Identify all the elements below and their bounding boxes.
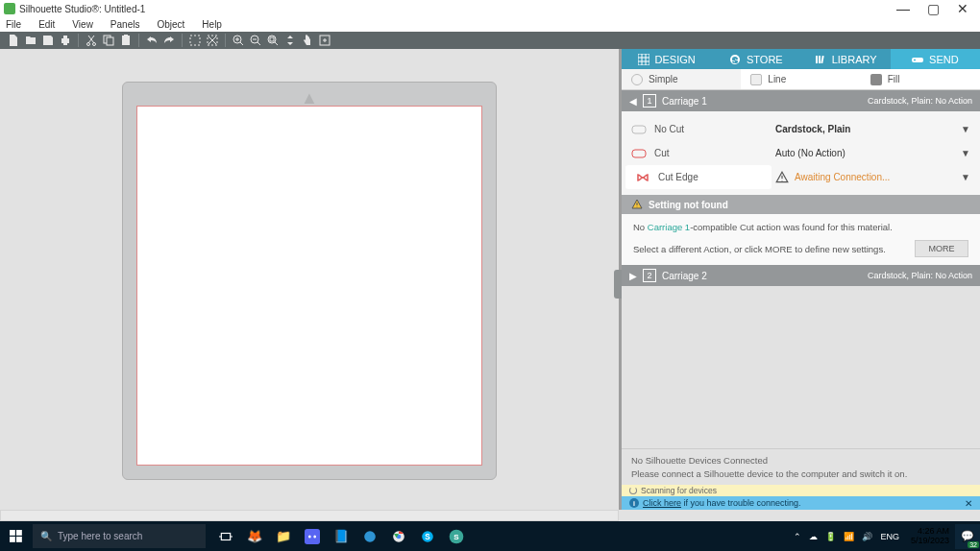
select-icon[interactable]: [187, 33, 203, 48]
help-text: if you have trouble connecting.: [681, 498, 801, 508]
taskbar-app-1[interactable]: 🦊: [240, 521, 269, 551]
action-cut-edge[interactable]: Cut Edge: [625, 165, 772, 189]
menu-edit[interactable]: Edit: [38, 19, 55, 30]
paste-icon[interactable]: [118, 33, 134, 48]
carriage-info: Cardstock, Plain: No Action: [868, 96, 972, 106]
subtab-fill[interactable]: Fill: [861, 69, 980, 89]
action-no-cut[interactable]: No Cut: [622, 117, 775, 141]
pan-icon[interactable]: [300, 33, 315, 48]
window-title: Silhouette Studio®: Untitled-1: [19, 4, 145, 14]
discord-icon[interactable]: [298, 521, 327, 551]
zoom-fit-icon[interactable]: [282, 33, 298, 48]
copy-icon[interactable]: [101, 33, 116, 48]
carriage-title: Carriage 1: [662, 96, 707, 107]
menu-view[interactable]: View: [72, 19, 93, 30]
svg-rect-4: [122, 36, 130, 45]
warning-icon: [775, 171, 789, 184]
status-label: Awaiting Connection...: [795, 172, 961, 182]
svg-rect-24: [10, 537, 15, 542]
undo-icon[interactable]: [144, 33, 159, 48]
svg-rect-6: [190, 36, 200, 45]
scanning-bar: Scanning for devices: [622, 485, 980, 496]
svg-rect-13: [638, 54, 649, 65]
save-icon[interactable]: [40, 33, 56, 48]
taskbar-clock[interactable]: 4:26 AM 5/19/2023: [905, 527, 955, 546]
menu-object[interactable]: Object: [157, 19, 184, 30]
redo-icon[interactable]: [161, 33, 177, 48]
taskbar-search[interactable]: 🔍 Type here to search: [33, 524, 206, 548]
close-help-icon[interactable]: ✕: [965, 498, 972, 509]
tab-label: LIBRARY: [832, 54, 877, 65]
design-area[interactable]: [136, 106, 482, 466]
carriage-title: Carriage 2: [662, 271, 707, 281]
warning-triangle-icon: [631, 199, 643, 210]
svg-rect-3: [107, 37, 113, 45]
device-status: No Silhouette Devices Connected Please c…: [622, 448, 980, 485]
notification-center[interactable]: 💬32: [955, 524, 980, 549]
tool-dropdown[interactable]: Awaiting Connection... ▼: [775, 165, 970, 189]
subtab-simple[interactable]: Simple: [622, 69, 741, 89]
system-tray[interactable]: ⌃ ☁ 🔋 📶 🔊 ENG: [788, 532, 905, 541]
start-button[interactable]: [0, 521, 33, 551]
line-icon: [750, 74, 762, 85]
close-button[interactable]: ✕: [957, 1, 968, 16]
canvas-area[interactable]: ▲: [0, 49, 619, 510]
panel-resize-grip[interactable]: [614, 270, 622, 299]
tab-design[interactable]: DESIGN: [622, 49, 711, 69]
material-dropdown[interactable]: Cardstock, Plain ▼: [775, 117, 970, 141]
horizontal-scrollbar[interactable]: [0, 510, 980, 521]
subtab-line[interactable]: Line: [741, 69, 860, 89]
silhouette-app-icon[interactable]: S: [442, 521, 471, 551]
svg-point-30: [364, 531, 376, 542]
carriage-link[interactable]: Carriage 1: [648, 222, 690, 232]
chrome-icon[interactable]: [384, 521, 413, 551]
onedrive-icon[interactable]: ☁: [809, 532, 818, 541]
tab-library[interactable]: LIBRARY: [801, 49, 891, 69]
zoom-select-icon[interactable]: [265, 33, 281, 48]
volume-icon[interactable]: 🔊: [862, 532, 872, 541]
help-bar: i Click here if you have trouble connect…: [622, 496, 980, 510]
edge-icon[interactable]: [355, 521, 384, 551]
skype-icon[interactable]: S: [413, 521, 442, 551]
send-icon: [912, 54, 923, 65]
svg-rect-15: [816, 56, 818, 63]
minimize-button[interactable]: —: [896, 1, 910, 16]
fit-page-icon[interactable]: [317, 33, 332, 48]
mode-dropdown[interactable]: Auto (No Action) ▼: [775, 141, 970, 165]
language-indicator[interactable]: ENG: [880, 532, 899, 541]
zoom-in-icon[interactable]: [231, 33, 246, 48]
nocut-icon: [631, 124, 647, 135]
taskbar-app-2[interactable]: 📘: [327, 521, 355, 551]
tray-chevron-icon[interactable]: ⌃: [794, 532, 801, 541]
deselect-icon[interactable]: [205, 33, 220, 48]
library-icon: [815, 54, 826, 65]
tab-store[interactable]: STORE: [711, 49, 800, 69]
task-view-icon[interactable]: [211, 521, 240, 551]
maximize-button[interactable]: ▢: [927, 1, 940, 16]
print-icon[interactable]: [58, 33, 73, 48]
info-icon: i: [629, 498, 639, 508]
help-link[interactable]: Click here: [643, 498, 681, 508]
carriage-1-header[interactable]: ◀ 1 Carriage 1 Cardstock, Plain: No Acti…: [622, 90, 980, 111]
cut-icon[interactable]: [84, 33, 99, 48]
wifi-icon[interactable]: 📶: [844, 532, 854, 541]
file-explorer-icon[interactable]: 📁: [269, 521, 298, 551]
more-button[interactable]: MORE: [915, 240, 968, 257]
tab-label: SEND: [929, 54, 959, 65]
menu-help[interactable]: Help: [202, 19, 222, 30]
chevron-down-icon: ▼: [961, 172, 970, 182]
menu-panels[interactable]: Panels: [110, 19, 140, 30]
carriage-2-header[interactable]: ▶ 2 Carriage 2 Cardstock, Plain: No Acti…: [622, 265, 980, 286]
tab-send[interactable]: SEND: [891, 49, 980, 69]
new-file-icon[interactable]: [6, 33, 21, 48]
menu-file[interactable]: File: [6, 19, 21, 30]
battery-icon[interactable]: 🔋: [825, 532, 836, 541]
open-file-icon[interactable]: [23, 33, 38, 48]
zoom-out-icon[interactable]: [248, 33, 263, 48]
action-cut[interactable]: Cut: [622, 141, 775, 165]
grid-icon: [638, 54, 649, 65]
svg-point-19: [914, 59, 916, 60]
title-bar: Silhouette Studio®: Untitled-1 — ▢ ✕: [0, 0, 980, 17]
chevron-left-icon: ◀: [629, 96, 643, 107]
warn-text: No: [633, 222, 648, 232]
